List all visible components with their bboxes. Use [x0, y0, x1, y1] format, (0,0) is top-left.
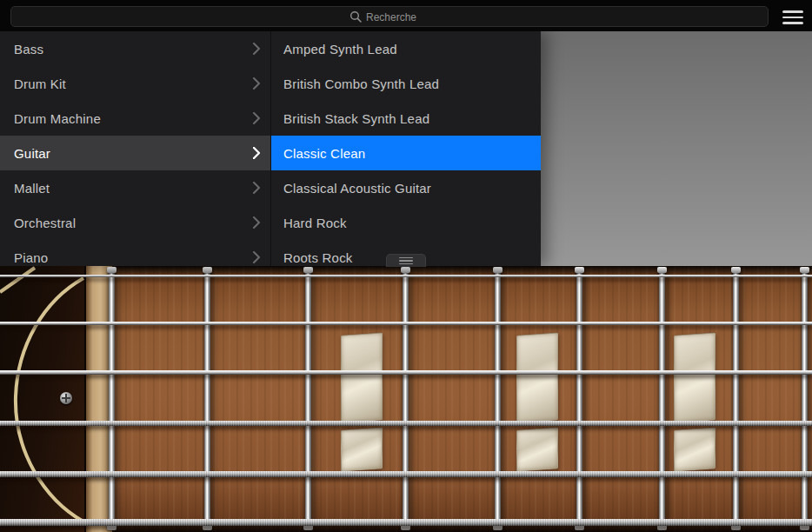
chevron-right-icon [253, 251, 260, 263]
guitar-fretboard[interactable] [0, 266, 812, 532]
fret-wire [305, 271, 311, 527]
screw-icon [60, 392, 72, 404]
fret-marker-inlay [341, 332, 383, 422]
guitar-string-2[interactable] [0, 322, 812, 325]
preset-british-stack-synth-lead[interactable]: British Stack Synth Lead [271, 101, 541, 136]
search-input[interactable] [11, 7, 771, 28]
fret-marker-inlay [516, 332, 558, 422]
fret-end [303, 267, 313, 273]
fret-end [731, 267, 741, 273]
category-mallet[interactable]: Mallet [0, 170, 270, 205]
guitar-string-4[interactable] [0, 421, 812, 426]
menu-icon[interactable] [782, 10, 803, 24]
category-guitar[interactable]: Guitar [0, 136, 270, 170]
category-piano[interactable]: Piano [0, 240, 270, 266]
preset-amped-synth-lead[interactable]: Amped Synth Lead [271, 31, 541, 66]
fret-wire [204, 271, 210, 527]
category-list: Bass Drum Kit Drum Machine [0, 31, 270, 266]
chevron-right-icon [253, 77, 260, 90]
fret-marker-inlay [674, 332, 715, 422]
fret-wire [109, 271, 115, 527]
background-wall [541, 31, 812, 266]
fret-marker-inlay [341, 427, 383, 471]
fret-end [107, 267, 116, 273]
guitar-string-3[interactable] [0, 370, 812, 375]
drawer-handle[interactable] [386, 254, 426, 267]
chevron-right-icon [253, 43, 260, 55]
fret-wire [576, 271, 582, 527]
browser-columns: Bass Drum Kit Drum Machine [0, 31, 541, 266]
guitar-string-6[interactable] [0, 519, 812, 526]
chevron-right-icon [253, 147, 260, 159]
guitar-string-1[interactable] [0, 275, 812, 277]
chevron-right-icon [253, 182, 260, 194]
preset-list: Amped Synth Lead British Combo Synth Lea… [270, 31, 541, 266]
fret-end [203, 267, 212, 273]
fret-marker-inlay [674, 427, 715, 471]
fret-wire [802, 271, 808, 527]
category-orchestral[interactable]: Orchestral [0, 205, 270, 240]
fret-wire [733, 271, 739, 527]
garageband-app: Bass Drum Kit Drum Machine [0, 0, 812, 532]
preset-british-combo-synth-lead[interactable]: British Combo Synth Lead [271, 66, 541, 101]
fret-wire [403, 271, 409, 527]
category-bass[interactable]: Bass [0, 31, 270, 66]
category-drum-kit[interactable]: Drum Kit [0, 66, 270, 101]
fret-wire [495, 271, 501, 527]
chevron-right-icon [253, 112, 260, 124]
fret-end [800, 267, 809, 273]
fret-end [401, 267, 410, 273]
fret-end [575, 267, 584, 273]
chevron-right-icon [253, 216, 260, 229]
sound-browser: Bass Drum Kit Drum Machine [0, 31, 541, 266]
preset-classic-clean[interactable]: Classic Clean [271, 136, 541, 170]
fret-end [657, 267, 667, 273]
fret-wire [659, 271, 665, 527]
fret-marker-inlay [516, 427, 558, 471]
preset-hard-rock[interactable]: Hard Rock [271, 205, 541, 240]
top-bar [0, 0, 812, 31]
guitar-body-edge [0, 266, 84, 532]
guitar-string-5[interactable] [0, 471, 812, 477]
fret-end [493, 267, 503, 273]
category-drum-machine[interactable]: Drum Machine [0, 101, 270, 136]
preset-classical-acoustic-guitar[interactable]: Classical Acoustic Guitar [271, 170, 541, 205]
search-field[interactable] [10, 6, 769, 27]
